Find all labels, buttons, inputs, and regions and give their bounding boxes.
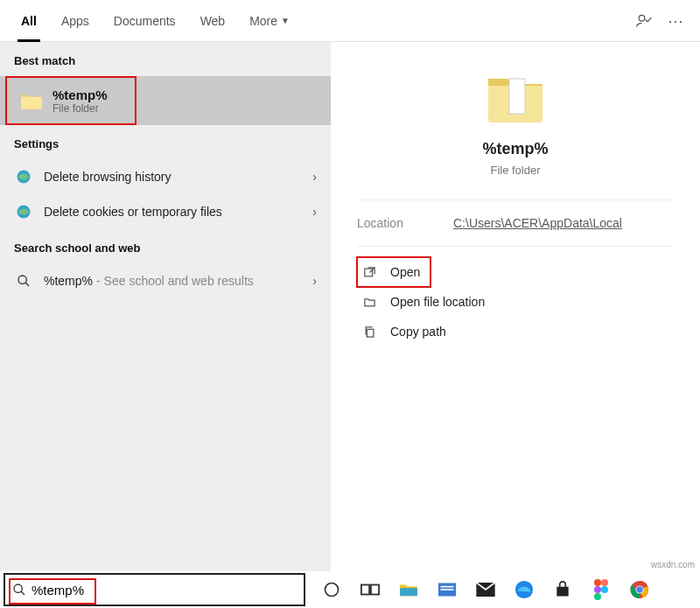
svg-rect-12 [371,585,379,595]
result-subtitle: File folder [52,102,108,115]
figma-icon[interactable] [590,578,612,601]
globe-icon [14,202,33,221]
tab-label: Apps [61,14,89,28]
search-input[interactable] [32,583,297,598]
location-row: Location C:\Users\ACER\AppData\Local [357,199,674,246]
chevron-right-icon: › [312,170,317,184]
feedback-icon[interactable] [628,5,660,37]
svg-point-20 [594,586,601,593]
section-best-match: Best match [0,42,331,76]
chevron-down-icon: ▼ [281,16,290,25]
chrome-icon[interactable] [628,578,651,601]
search-icon [14,271,33,290]
svg-point-0 [639,15,645,21]
section-settings: Settings [0,125,331,159]
search-web-suffix: - See school and web results [96,274,254,288]
more-options-icon[interactable]: ⋯ [660,5,691,37]
detail-subtitle: File folder [490,164,540,177]
mail-icon[interactable] [474,578,497,601]
taskbar [310,571,700,608]
tab-label: Web [200,14,226,28]
setting-label: Delete browsing history [44,170,172,184]
folder-location-icon [360,296,378,309]
tab-documents[interactable]: Documents [102,0,188,42]
globe-icon [14,167,33,186]
task-view-icon[interactable] [359,578,382,601]
detail-panel: %temp% File folder Location C:\Users\ACE… [331,42,700,571]
action-label: Open file location [390,295,485,309]
tabs-bar: All Apps Documents Web More▼ ⋯ [0,0,700,42]
search-web-title: %temp% [44,274,93,288]
svg-point-21 [601,586,608,593]
search-icon [12,583,26,597]
svg-rect-15 [441,589,454,591]
actions-list: Open Open file location Copy path [357,246,674,346]
svg-point-10 [326,584,339,597]
svg-rect-11 [361,585,369,595]
folder-large-icon [485,70,546,124]
store-icon[interactable] [551,578,574,601]
file-explorer-icon[interactable] [397,578,420,601]
app-generic-icon[interactable] [436,578,458,601]
action-copy-path[interactable]: Copy path [357,317,674,346]
result-title: %temp% [52,87,108,102]
tab-more[interactable]: More▼ [237,0,302,42]
svg-rect-14 [441,586,454,588]
open-icon [360,266,378,279]
svg-point-19 [601,579,608,586]
tab-apps[interactable]: Apps [49,0,102,42]
action-open[interactable]: Open [357,257,430,287]
tab-label: All [21,14,37,28]
edge-icon[interactable] [513,578,536,601]
tab-web[interactable]: Web [188,0,238,42]
results-panel: Best match %temp% File folder Settings [0,42,331,571]
chevron-right-icon: › [312,274,317,288]
folder-icon [19,88,44,113]
tab-label: More [249,14,277,28]
search-web-row[interactable]: %temp% - See school and web results › [0,263,331,298]
tab-all[interactable]: All [9,0,49,42]
svg-rect-7 [367,329,374,337]
svg-point-26 [636,586,642,592]
svg-point-18 [594,579,601,586]
setting-delete-cookies[interactable]: Delete cookies or temporary files › [0,194,331,229]
detail-title: %temp% [482,140,548,158]
chevron-right-icon: › [312,205,317,219]
tab-label: Documents [114,14,176,28]
setting-delete-history[interactable]: Delete browsing history › [0,159,331,194]
search-box[interactable] [4,573,305,606]
cortana-icon[interactable] [320,578,343,601]
watermark: wsxdn.com [651,560,695,570]
location-link[interactable]: C:\Users\ACER\AppData\Local [453,216,622,230]
copy-icon [360,325,378,339]
result-best-match[interactable]: %temp% File folder [5,76,136,125]
setting-label: Delete cookies or temporary files [44,205,222,219]
svg-line-4 [25,283,29,286]
svg-point-22 [594,593,601,600]
action-open-location[interactable]: Open file location [357,287,674,317]
section-school-web: Search school and web [0,229,331,263]
svg-rect-5 [509,79,525,114]
svg-line-9 [21,591,24,595]
svg-point-8 [14,584,22,592]
svg-rect-6 [364,269,372,276]
action-label: Open [390,265,420,279]
action-label: Copy path [390,325,446,339]
location-label: Location [357,216,453,230]
svg-point-3 [18,276,26,283]
